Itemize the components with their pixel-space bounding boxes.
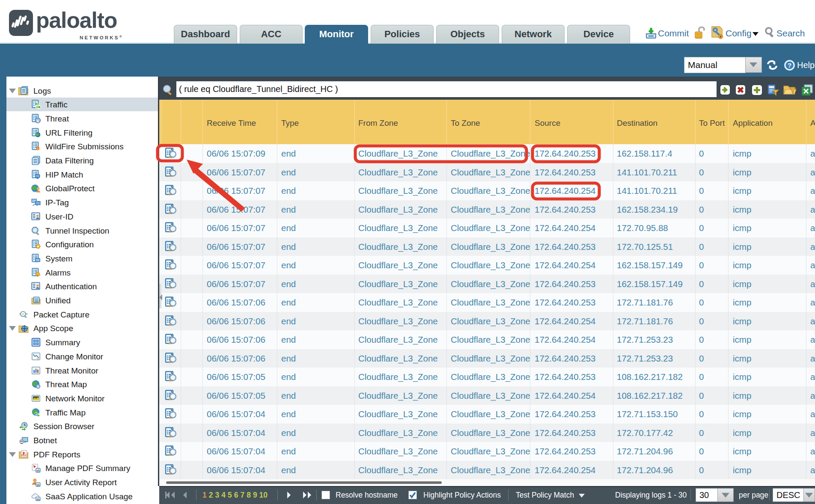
- svg-text:PDF: PDF: [21, 454, 27, 456]
- svg-text:x: x: [37, 385, 39, 388]
- svg-text:x: x: [37, 119, 39, 123]
- svg-text:?: ?: [788, 62, 791, 69]
